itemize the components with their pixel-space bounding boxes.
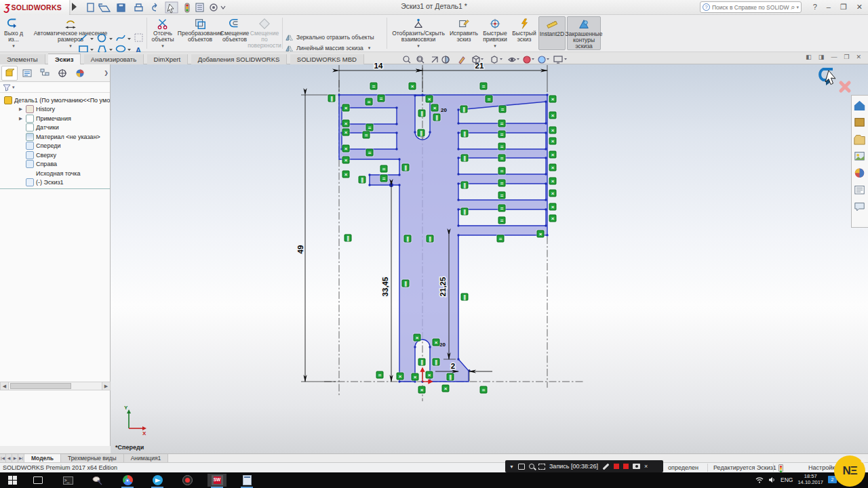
recorder-window-icon[interactable] <box>518 464 525 470</box>
constraint-icon[interactable]: = <box>380 165 388 173</box>
constraint-icon[interactable]: ∥ <box>447 373 454 381</box>
doc-minimize-icon[interactable]: — <box>831 54 837 60</box>
constraint-icon[interactable]: ∥ <box>359 176 366 184</box>
constraint-icon[interactable]: ∥ <box>418 129 425 137</box>
constraint-icon[interactable]: = <box>378 95 385 102</box>
display-relations-button[interactable]: Отобразить/Скрыть взаимосвязи <box>389 16 448 50</box>
close-button[interactable]: ✕ <box>856 3 863 12</box>
instant2d-button[interactable]: Instant2D <box>538 16 566 50</box>
tab-configurationmanager[interactable] <box>37 66 53 81</box>
wifi-icon[interactable] <box>755 476 764 483</box>
ribbon-row-button[interactable]: Зеркально отразить объекты <box>285 32 385 43</box>
expand-twisty-icon[interactable]: ▶ <box>19 106 26 112</box>
tray-clock[interactable]: 18:57 14.10.2017 <box>797 474 823 485</box>
constraint-icon[interactable]: = <box>366 149 374 157</box>
panel-expand-arrow[interactable]: ❯ <box>104 70 108 76</box>
taskbar-telegram[interactable] <box>148 474 167 487</box>
task-view-button[interactable] <box>28 474 47 487</box>
constraint-icon[interactable]: ∥ <box>427 235 434 243</box>
convert-entities-button[interactable]: Преобразование объектов <box>179 16 221 50</box>
constraint-icon[interactable]: = <box>497 235 505 243</box>
taskbar-app[interactable] <box>88 474 107 487</box>
constraint-icon[interactable]: ∥ <box>418 359 426 366</box>
tree-item[interactable]: ▶ Примечания <box>0 114 110 123</box>
constraint-icon[interactable]: × <box>414 334 421 342</box>
constraint-icon[interactable]: = <box>498 120 506 127</box>
constraint-icon[interactable]: = <box>363 131 370 139</box>
tab-next-icon[interactable]: ▶ <box>12 454 18 462</box>
model-tab[interactable]: Анимация1 <box>124 454 169 462</box>
constraint-icon[interactable]: = <box>376 371 384 379</box>
constraint-icon[interactable]: = <box>498 143 506 150</box>
constraint-icon[interactable]: = <box>486 96 493 103</box>
taskbar-recorder[interactable] <box>178 474 197 487</box>
constraint-icon[interactable]: ∥ <box>344 235 352 242</box>
search-dropdown-caret[interactable]: ▾ <box>796 5 799 10</box>
tree-item[interactable]: Деталь1 (По умолчанию<<По умолча <box>0 96 110 105</box>
constraint-icon[interactable]: = <box>498 131 506 138</box>
tree-item[interactable]: Спереди <box>0 142 110 151</box>
constraint-icon[interactable]: ∥ <box>433 359 440 366</box>
minimize-button[interactable]: – <box>827 3 831 11</box>
constraint-icon[interactable]: × <box>549 96 557 103</box>
repair-sketch-button[interactable]: Исправить эскиз <box>449 16 479 50</box>
volume-icon[interactable] <box>768 476 776 483</box>
tree-item[interactable]: (-) Эскиз1 <box>0 178 110 188</box>
tab-featuremanager[interactable] <box>1 66 18 81</box>
constraint-icon[interactable]: ∥ <box>433 114 441 121</box>
constraint-icon[interactable]: × <box>342 129 350 136</box>
constraint-icon[interactable]: × <box>342 120 350 127</box>
constraint-icon[interactable]: × <box>549 127 557 134</box>
tab-displaymanager[interactable] <box>72 66 88 81</box>
tab-dimxpertmanager[interactable] <box>54 66 71 81</box>
constraint-icon[interactable]: = <box>480 386 488 394</box>
tab-nav-buttons[interactable]: |◀ ◀ ▶ ▶| <box>0 454 24 462</box>
constraint-icon[interactable]: × <box>397 373 404 380</box>
keyboard-language[interactable]: ENG <box>781 476 793 483</box>
constraint-icon[interactable]: = <box>498 205 506 212</box>
constraint-icon[interactable]: × <box>412 373 419 381</box>
confirmation-corner[interactable] <box>814 65 861 100</box>
tree-filter[interactable]: ▾ <box>0 82 110 93</box>
constraint-icon[interactable]: × <box>342 104 350 112</box>
constraint-icon[interactable]: × <box>433 339 440 346</box>
constraint-icon[interactable]: × <box>409 83 416 90</box>
constraint-icon[interactable]: × <box>549 215 557 222</box>
tab-first-icon[interactable]: |◀ <box>0 454 6 462</box>
model-tab[interactable]: Трехмерные виды <box>61 454 124 462</box>
doc-next-icon[interactable]: ◨ <box>818 54 825 60</box>
constraint-icon[interactable]: = <box>370 83 378 90</box>
model-tab[interactable]: Модель <box>24 454 61 462</box>
tree-item[interactable]: Исходная точка <box>0 169 110 178</box>
constraint-icon[interactable]: ∥ <box>402 280 410 287</box>
expand-twisty-icon[interactable]: ▶ <box>19 116 26 121</box>
offset-entities-button[interactable]: Смещение объектов <box>222 16 247 50</box>
recorder-pause-button[interactable] <box>614 464 619 469</box>
tree-item[interactable]: Справа <box>0 160 110 169</box>
constraint-icon[interactable]: ∥ <box>418 110 426 117</box>
constraint-icon[interactable]: = <box>498 155 506 162</box>
graphics-area[interactable] <box>111 64 868 453</box>
constraint-icon[interactable]: ∥ <box>328 95 336 102</box>
constraint-icon[interactable]: ∥ <box>404 235 412 243</box>
taskbar-calculator[interactable] <box>237 474 256 487</box>
recorder-zoom-icon[interactable] <box>529 464 534 469</box>
constraint-icon[interactable]: × <box>342 145 350 152</box>
constraint-icon[interactable]: = <box>366 98 373 106</box>
constraint-icon[interactable]: × <box>442 385 450 392</box>
start-button[interactable] <box>3 474 22 487</box>
constraint-icon[interactable]: × <box>537 230 545 238</box>
help-button[interactable]: ? <box>813 3 817 11</box>
tree-item[interactable]: ▶ History <box>0 105 110 115</box>
quick-snaps-button[interactable]: Быстрые привязки <box>480 16 510 50</box>
constraint-icon[interactable]: = <box>498 180 506 187</box>
constraint-icon[interactable]: × <box>549 178 557 185</box>
tree-item[interactable]: Датчики <box>0 123 110 133</box>
tab-last-icon[interactable]: ▶| <box>18 454 24 462</box>
constraint-icon[interactable]: × <box>549 112 557 119</box>
constraint-icon[interactable]: × <box>418 386 426 394</box>
trim-entities-button[interactable]: Отсечь объекты <box>148 16 178 50</box>
rapid-sketch-button[interactable]: Быстрый эскиз <box>511 16 537 50</box>
doc-close-icon[interactable]: ✕ <box>856 54 861 60</box>
rollback-bar[interactable] <box>0 188 110 189</box>
